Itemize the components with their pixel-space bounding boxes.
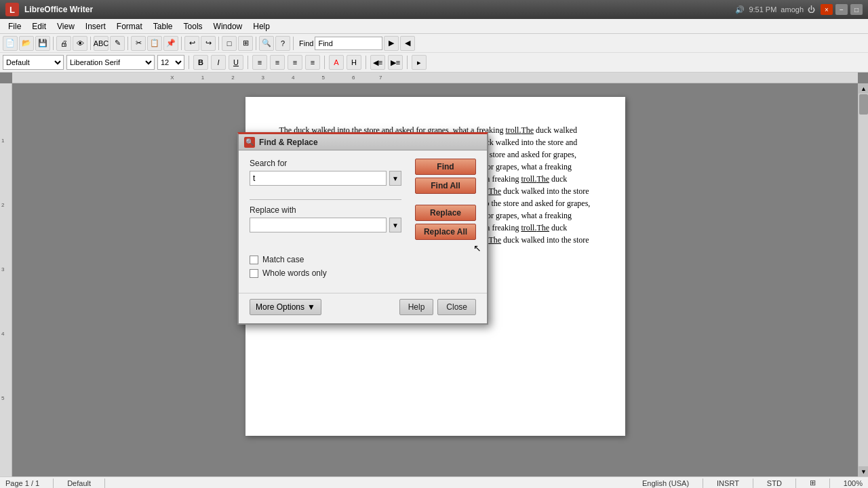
replace-all-button[interactable]: Replace All bbox=[415, 224, 476, 240]
vertical-scrollbar[interactable]: ▲ ▼ bbox=[858, 83, 868, 476]
toolbar-separator-4 bbox=[181, 37, 182, 50]
record-changes-button[interactable]: ✎ bbox=[110, 36, 125, 51]
the-link-1: The bbox=[521, 125, 534, 135]
troll-link-11: troll. bbox=[521, 223, 536, 232]
menu-table[interactable]: Table bbox=[148, 20, 178, 33]
cut-button[interactable]: ✂ bbox=[131, 36, 146, 51]
align-justify-button[interactable]: ≡ bbox=[305, 55, 320, 70]
find-next-button[interactable]: ▶ bbox=[384, 36, 399, 51]
menu-insert[interactable]: Insert bbox=[80, 20, 111, 33]
italic-button[interactable]: I bbox=[211, 55, 226, 70]
find-button[interactable]: Find bbox=[415, 159, 476, 175]
minimize-window-button[interactable]: − bbox=[835, 4, 848, 15]
bold-button[interactable]: B bbox=[193, 55, 208, 70]
spacer-2 bbox=[250, 249, 476, 255]
preview-button[interactable]: 👁 bbox=[73, 36, 87, 51]
spell-check-button[interactable]: ABC bbox=[94, 36, 108, 51]
replace-dropdown-button[interactable]: ▼ bbox=[389, 218, 401, 232]
ruler-mark-1: 1 bbox=[1, 138, 4, 144]
maximize-window-button[interactable]: □ bbox=[850, 4, 863, 15]
search-input[interactable] bbox=[250, 171, 387, 186]
language-status: English (USA) bbox=[642, 479, 689, 487]
highlight-button[interactable]: H bbox=[347, 55, 361, 70]
match-case-row: Match case bbox=[250, 255, 476, 264]
status-sep-4 bbox=[753, 479, 753, 488]
scroll-up-button[interactable]: ▲ bbox=[859, 83, 868, 94]
menu-edit[interactable]: Edit bbox=[26, 20, 52, 33]
scroll-thumb[interactable] bbox=[859, 94, 868, 115]
match-case-checkbox[interactable] bbox=[250, 256, 258, 264]
dialog-icon: 🔍 bbox=[244, 137, 255, 148]
page-info: Page 1 / 1 bbox=[5, 479, 39, 487]
underline-button[interactable]: U bbox=[229, 55, 243, 70]
undo-button[interactable]: ↩ bbox=[184, 36, 199, 51]
status-sep-2 bbox=[104, 479, 105, 488]
find-toolbar-input[interactable] bbox=[315, 37, 382, 50]
redo-button[interactable]: ↪ bbox=[201, 36, 216, 51]
copy-button[interactable]: 📋 bbox=[147, 36, 162, 51]
font-name-select[interactable]: Liberation Serif bbox=[66, 55, 155, 70]
find-toolbar-area: Find ▶ ◀ bbox=[299, 36, 415, 51]
paste-button[interactable]: 📌 bbox=[163, 36, 178, 51]
menu-view[interactable]: View bbox=[52, 20, 80, 33]
replace-button[interactable]: Replace bbox=[415, 205, 476, 221]
align-center-button[interactable]: ≡ bbox=[270, 55, 285, 70]
dialog-body: Search for ▼ Replace with ▼ Find Find bbox=[239, 150, 487, 290]
find-all-button[interactable]: Find All bbox=[415, 178, 476, 194]
insert-table-button[interactable]: ⊞ bbox=[238, 36, 253, 51]
dialog-action-buttons: Find Find All Replace Replace All ↖ bbox=[415, 159, 476, 249]
toolbar-separator-5 bbox=[218, 37, 219, 50]
more-format-button[interactable]: ▸ bbox=[412, 55, 427, 70]
align-left-button[interactable]: ≡ bbox=[252, 55, 267, 70]
find-replace-dialog: 🔍 Find & Replace Search for ▼ Replace wi… bbox=[237, 132, 488, 325]
dialog-main-row: Search for ▼ Replace with ▼ Find Find bbox=[250, 159, 476, 249]
status-sep-3 bbox=[703, 479, 703, 488]
zoom-button[interactable]: 🔍 bbox=[259, 36, 274, 51]
app-title: LibreOffice Writer bbox=[24, 5, 735, 14]
find-prev-button[interactable]: ◀ bbox=[400, 36, 415, 51]
menu-help[interactable]: Help bbox=[248, 20, 275, 33]
close-window-button[interactable]: × bbox=[821, 4, 833, 15]
menu-file[interactable]: File bbox=[3, 20, 26, 33]
ruler-mark-5: 5 bbox=[1, 395, 4, 401]
menu-tools[interactable]: Tools bbox=[178, 20, 208, 33]
paragraph-style-status: Default bbox=[67, 479, 91, 487]
format-sep-1 bbox=[189, 56, 189, 69]
menu-window[interactable]: Window bbox=[208, 20, 248, 33]
paragraph-style-select[interactable]: Default bbox=[3, 55, 64, 70]
save-button[interactable]: 💾 bbox=[35, 36, 50, 51]
scroll-down-button[interactable]: ▼ bbox=[859, 466, 868, 476]
help-button[interactable]: ? bbox=[275, 36, 290, 51]
replace-input[interactable] bbox=[250, 218, 387, 232]
close-button[interactable]: Close bbox=[437, 299, 476, 315]
replace-label: Replace with bbox=[250, 205, 401, 215]
vertical-ruler: 1 2 3 4 5 bbox=[0, 83, 12, 476]
toolbar-separator-7 bbox=[293, 37, 294, 50]
font-color-button[interactable]: A bbox=[329, 55, 344, 70]
font-size-select[interactable]: 12 bbox=[157, 55, 184, 70]
status-sep-5 bbox=[795, 479, 796, 488]
whole-words-label: Whole words only bbox=[262, 268, 327, 278]
indent-button[interactable]: ▶≡ bbox=[388, 55, 403, 70]
window-buttons: × − □ bbox=[821, 4, 863, 15]
more-options-button[interactable]: More Options ▼ bbox=[250, 299, 321, 315]
toolbar-standard: 📄 📂 💾 🖨 👁 ABC ✎ ✂ 📋 📌 ↩ ↪ □ ⊞ 🔍 ? Find ▶… bbox=[0, 34, 868, 53]
whole-words-checkbox[interactable] bbox=[250, 269, 258, 278]
power-icon: ⏻ bbox=[808, 5, 815, 14]
align-right-button[interactable]: ≡ bbox=[288, 55, 302, 70]
outdent-button[interactable]: ◀≡ bbox=[370, 55, 385, 70]
replace-input-row: ▼ bbox=[250, 218, 401, 232]
selection-mode-status: STD bbox=[767, 479, 782, 487]
print-button[interactable]: 🖨 bbox=[56, 36, 71, 51]
dialog-title: Find & Replace bbox=[259, 138, 481, 147]
new-button[interactable]: 📄 bbox=[3, 36, 18, 51]
draw-button[interactable]: □ bbox=[222, 36, 237, 51]
open-button[interactable]: 📂 bbox=[19, 36, 34, 51]
scroll-down-area: ▼ bbox=[859, 466, 868, 476]
search-dropdown-button[interactable]: ▼ bbox=[389, 171, 401, 186]
help-button[interactable]: Help bbox=[399, 299, 434, 315]
menu-format[interactable]: Format bbox=[111, 20, 148, 33]
dialog-titlebar[interactable]: 🔍 Find & Replace bbox=[239, 134, 487, 150]
system-tray: 🔊 9:51 PM amogh ⏻ bbox=[735, 5, 815, 14]
status-sep-1 bbox=[53, 479, 54, 488]
